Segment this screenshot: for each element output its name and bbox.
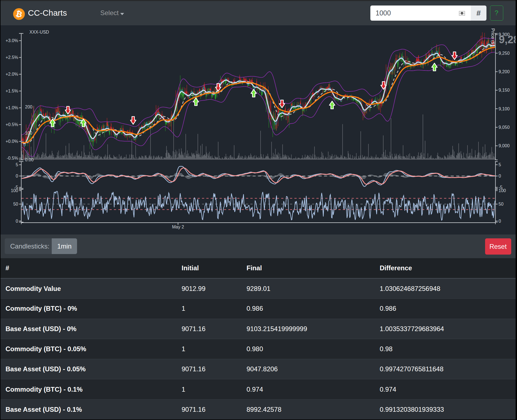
svg-text:+2.0%: +2.0%	[6, 72, 18, 77]
svg-text:5: 5	[499, 162, 501, 167]
svg-text:9,150: 9,150	[499, 88, 510, 92]
svg-text:9,200: 9,200	[499, 69, 510, 74]
svg-text:100: 100	[25, 131, 32, 135]
svg-text:9,050: 9,050	[499, 125, 510, 129]
svg-text:9,000: 9,000	[499, 143, 510, 148]
svg-text:XXX-USD: XXX-USD	[29, 29, 49, 34]
svg-text:May 2: May 2	[172, 225, 184, 229]
svg-text:Price ($): Price ($)	[490, 28, 496, 46]
svg-text:+1.0%: +1.0%	[6, 105, 18, 110]
svg-text:+0.5%: +0.5%	[6, 122, 18, 127]
svg-text:+0.0%: +0.0%	[6, 139, 18, 144]
svg-text:0: 0	[499, 219, 501, 223]
svg-text:0.00: 0.00	[25, 157, 34, 162]
svg-text:100: 100	[11, 188, 18, 193]
svg-text:200: 200	[25, 104, 32, 109]
svg-text:100: 100	[499, 188, 506, 193]
svg-text:50: 50	[13, 202, 18, 206]
svg-text:+2.5%: +2.5%	[6, 55, 18, 60]
svg-text:0: 0	[16, 219, 18, 223]
svg-text:-0.5%: -0.5%	[7, 156, 18, 160]
svg-text:0: 0	[499, 174, 501, 178]
svg-text:+1.5%: +1.5%	[6, 89, 18, 93]
svg-text:9,300: 9,300	[499, 32, 510, 37]
svg-text:5: 5	[16, 162, 18, 167]
svg-text:+3.0%: +3.0%	[6, 38, 18, 43]
svg-text:0: 0	[16, 174, 18, 178]
svg-text:50: 50	[499, 202, 504, 206]
svg-text:9,250: 9,250	[499, 51, 510, 55]
svg-text:9,100: 9,100	[499, 106, 510, 111]
